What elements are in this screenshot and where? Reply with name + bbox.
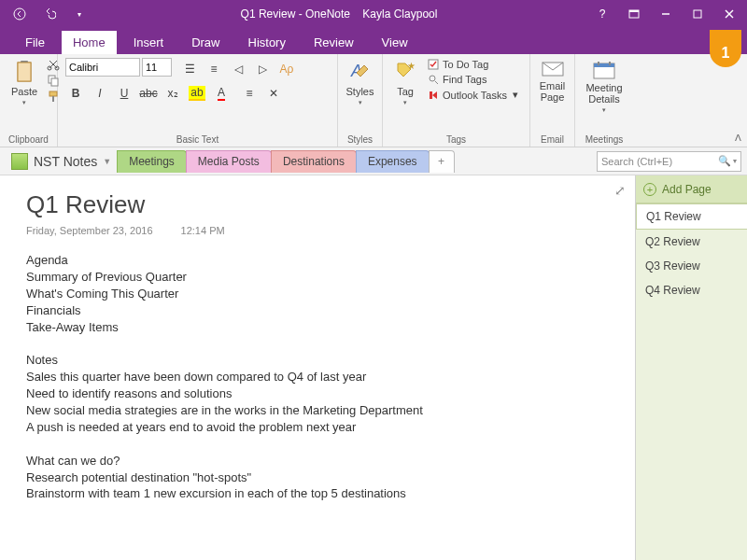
ribbon-display-button[interactable] [620,1,648,27]
user-name: Kayla Claypool [362,7,437,21]
page-list-panel: + Add Page Q1 Review Q2 Review Q3 Review… [635,175,747,560]
plus-icon: + [643,183,656,196]
undo-button[interactable] [39,4,60,24]
numbering-button[interactable]: ≡ [204,60,224,78]
section-tab-meetings[interactable]: Meetings [117,150,187,173]
notebook-selector[interactable]: NST Notes ▼ [6,153,117,170]
section-tab-expenses[interactable]: Expenses [356,150,430,173]
minimize-button[interactable] [652,1,680,27]
note-line[interactable]: Take-Away Items [26,320,609,336]
tab-history[interactable]: History [237,31,297,54]
tab-insert[interactable]: Insert [122,31,176,54]
qat-customize[interactable]: ▾ [69,4,90,24]
highlight-button[interactable]: ab [187,84,207,103]
indent-button[interactable]: ▷ [252,60,273,78]
svg-rect-15 [52,96,54,102]
bold-button[interactable]: B [65,84,86,103]
add-page-label: Add Page [662,183,712,196]
section-tab-destinations[interactable]: Destinations [271,150,357,173]
main-area: ⤢ Q1 Review Friday, September 23, 2016 1… [0,175,747,560]
svg-rect-4 [694,10,701,18]
svg-rect-14 [49,91,57,96]
note-line[interactable]: Financials [26,303,609,319]
svg-rect-9 [18,63,31,81]
note-line[interactable]: Summary of Previous Quarter [26,270,609,286]
page-time: 12:14 PM [181,225,225,236]
tab-view[interactable]: View [371,31,419,54]
window-title: Q1 Review - OneNote [241,7,350,21]
tags-group-label: Tags [390,133,522,145]
svg-text:★: ★ [407,61,416,71]
page-item-q1[interactable]: Q1 Review [636,203,747,230]
strike-button[interactable]: abc [138,84,159,103]
search-icon: 🔍 [718,155,731,167]
expand-icon[interactable]: ⤢ [614,183,626,198]
page-canvas[interactable]: ⤢ Q1 Review Friday, September 23, 2016 1… [0,175,635,560]
page-item-q4[interactable]: Q4 Review [636,278,747,302]
tab-draw[interactable]: Draw [180,31,231,54]
bullets-button[interactable]: ☰ [179,60,200,78]
close-button[interactable] [715,1,743,27]
outdent-button[interactable]: ◁ [228,60,248,78]
clear-format-button[interactable]: Aρ [276,60,297,78]
svg-point-19 [430,76,435,81]
section-tab-media[interactable]: Media Posts [186,150,272,173]
help-button[interactable]: ? [588,1,616,27]
tab-home[interactable]: Home [62,31,117,54]
page-item-q3[interactable]: Q3 Review [636,254,747,278]
email-group-label: Email [538,133,567,145]
tag-button[interactable]: ★ Tag▾ [390,58,420,108]
svg-rect-23 [594,63,614,67]
align-button[interactable]: ≡ [239,84,260,103]
subscript-button[interactable]: x₂ [162,84,183,103]
todo-tag-button[interactable]: To Do Tag [426,58,520,71]
styles-group-label: Styles [345,133,374,145]
note-line[interactable]: Research potential destination "hot-spot… [26,470,609,486]
email-page-button[interactable]: Email Page [538,58,567,105]
search-placeholder: Search (Ctrl+E) [601,156,672,167]
tab-file[interactable]: File [14,31,56,54]
add-section-button[interactable]: + [429,150,455,173]
font-color-button[interactable]: A [211,84,232,103]
page-date: Friday, September 23, 2016 [26,225,153,236]
svg-line-20 [435,81,438,84]
add-page-button[interactable]: + Add Page [636,175,747,203]
paste-button[interactable]: Paste▾ [7,58,41,108]
note-line[interactable]: Sales this quarter have been down compar… [26,370,609,385]
note-line[interactable]: What's Coming This Quarter [26,287,609,302]
styles-button[interactable]: A Styles▾ [345,58,374,108]
title-bar: ▾ Q1 Review - OneNote Kayla Claypool ? [0,0,747,28]
page-title[interactable]: Q1 Review [26,190,609,219]
maximize-button[interactable] [684,1,712,27]
meeting-label: Meeting Details [585,82,622,105]
clipboard-group-label: Clipboard [7,133,49,145]
back-button[interactable] [9,4,30,24]
italic-button[interactable]: I [90,84,110,103]
notebook-name: NST Notes [34,154,97,169]
ribbon: Paste▾ Clipboard ☰ ≡ ◁ ▷ [0,54,747,147]
paragraph-button[interactable]: ✕ [263,84,284,103]
page-item-q2[interactable]: Q2 Review [636,230,747,254]
paste-label: Paste [11,86,37,97]
collapse-ribbon-button[interactable]: ᐱ [735,133,741,143]
font-size-select[interactable] [142,58,172,77]
outlook-tasks-button[interactable]: Outlook Tasks▾ [426,88,520,102]
font-family-select[interactable] [65,58,140,77]
callout-marker: 1 [710,30,741,67]
meeting-details-button[interactable]: Meeting Details▾ [583,58,626,116]
find-tags-button[interactable]: Find Tags [426,73,520,86]
search-input[interactable]: Search (Ctrl+E) 🔍 ▾ [597,151,741,172]
email-label: Email Page [540,80,566,103]
note-line[interactable]: What can we do? [26,454,609,469]
tab-review[interactable]: Review [303,31,365,54]
notebook-icon [11,153,28,170]
underline-button[interactable]: U [114,84,134,103]
note-line[interactable]: Brainstorm with team 1 new excursion in … [26,486,609,502]
note-line[interactable]: New social media strategies are in the w… [26,403,609,419]
tag-label: Tag [397,86,414,97]
styles-label: Styles [346,86,374,97]
note-line[interactable]: Need to identify reasons and solutions [26,386,609,402]
note-line[interactable]: Notes [26,353,609,369]
note-line[interactable]: Agenda [26,253,609,269]
note-line[interactable]: A push is needed at years end to avoid t… [26,420,609,436]
